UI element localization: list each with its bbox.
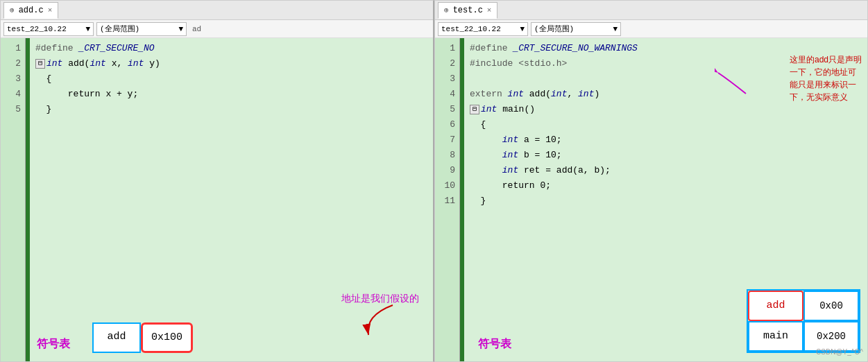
right-code-line-9: int ret = add(a, b); bbox=[470, 163, 862, 178]
editors-container: ⊕ add.c × test_22_10.22 ▼ (全局范围) ▼ ad 1 … bbox=[0, 0, 868, 362]
left-line-numbers: 1 2 3 4 5 bbox=[1, 38, 26, 361]
right-file-icon: ⊕ bbox=[444, 6, 449, 15]
right-scope-dropdown[interactable]: test_22_10.22 ▼ bbox=[438, 22, 528, 36]
left-symbol-annotation: 符号表 bbox=[37, 336, 70, 353]
right-global-label: (全局范围) bbox=[534, 24, 574, 34]
left-line-num-2: 2 bbox=[15, 56, 21, 71]
right-line-num-9: 9 bbox=[450, 163, 455, 178]
right-code-line-10: return 0; bbox=[470, 178, 862, 193]
right-code-line-2: #include <stdio.h> bbox=[470, 56, 862, 71]
left-tab-close[interactable]: × bbox=[48, 6, 53, 15]
right-symbol-label-container: 符号表 bbox=[478, 336, 511, 353]
watermark: CSDN@Y_^O^ bbox=[816, 345, 863, 360]
right-tab-close[interactable]: × bbox=[487, 6, 492, 15]
right-code-line-4: extern int add(int, int) bbox=[470, 87, 862, 102]
right-code-line-7: int a = 10; bbox=[470, 132, 862, 148]
right-line-num-7: 7 bbox=[450, 132, 455, 148]
collapse-btn-add[interactable]: ⊟ bbox=[35, 59, 45, 69]
right-st-main-cell: main bbox=[748, 321, 803, 352]
right-line-num-8: 8 bbox=[450, 148, 455, 163]
right-editor-body: 1 2 3 4 5 6 7 8 9 10 11 #define _CRT_SEC… bbox=[435, 38, 867, 361]
left-code-line-3: { bbox=[35, 71, 427, 87]
right-symbol-table: add 0x00 main 0x200 bbox=[747, 289, 860, 353]
left-code-line-2: ⊟int add(int x, int y) bbox=[35, 56, 427, 71]
right-global-dropdown[interactable]: (全局范围) ▼ bbox=[531, 22, 621, 36]
right-code-area[interactable]: #define _CRT_SECURE_NO_WARNINGS #include… bbox=[464, 38, 867, 361]
right-st-main-addr-cell: 0x200 bbox=[803, 321, 859, 352]
right-global-arrow: ▼ bbox=[613, 25, 618, 33]
right-st-add-cell: add bbox=[748, 291, 803, 321]
left-global-label: (全局范围) bbox=[100, 24, 139, 34]
left-code-line-1: #define _CRT_SECURE_NO bbox=[35, 41, 427, 56]
right-line-num-11: 11 bbox=[444, 193, 455, 209]
right-code-line-1: #define _CRT_SECURE_NO_WARNINGS bbox=[470, 41, 862, 56]
right-tab-label: test.c bbox=[453, 6, 483, 15]
left-st-addr-cell: 0x100 bbox=[141, 322, 193, 353]
right-scope-label: test_22_10.22 bbox=[441, 25, 501, 33]
left-line-num-1: 1 bbox=[15, 41, 21, 56]
right-symbol-label: 符号表 bbox=[478, 338, 511, 350]
right-line-num-6: 6 bbox=[450, 117, 455, 132]
left-toolbar: test_22_10.22 ▼ (全局范围) ▼ ad bbox=[1, 20, 433, 38]
right-line-num-3: 3 bbox=[450, 71, 455, 87]
left-annotation-text: 地址是我们假设的 bbox=[341, 291, 419, 306]
right-editor-panel: ⊕ test.c × test_22_10.22 ▼ (全局范围) ▼ 1 2 … bbox=[434, 0, 868, 362]
right-scope-arrow: ▼ bbox=[520, 25, 525, 33]
right-code-line-6: { bbox=[470, 117, 862, 132]
left-scope-label: test_22_10.22 bbox=[7, 25, 67, 33]
left-annotation-arrow bbox=[358, 302, 400, 343]
left-global-dropdown[interactable]: (全局范围) ▼ bbox=[96, 22, 187, 36]
right-code-line-3 bbox=[470, 71, 862, 87]
left-line-num-4: 4 bbox=[15, 87, 21, 102]
left-code-line-5: } bbox=[35, 102, 427, 117]
right-code-line-5: ⊟int main() bbox=[470, 102, 862, 117]
right-line-num-1: 1 bbox=[450, 41, 455, 56]
right-toolbar: test_22_10.22 ▼ (全局范围) ▼ bbox=[435, 20, 867, 38]
left-code-line-4: return x + y; bbox=[35, 87, 427, 102]
right-tab-test-c[interactable]: ⊕ test.c × bbox=[438, 2, 497, 19]
right-line-num-10: 10 bbox=[444, 178, 455, 193]
right-tab-bar: ⊕ test.c × bbox=[435, 1, 867, 20]
left-editor-body: 1 2 3 4 5 #define _CRT_SECURE_NO ⊟int ad… bbox=[1, 38, 433, 361]
left-tab-bar: ⊕ add.c × bbox=[1, 1, 433, 20]
right-st-add-addr-cell: 0x00 bbox=[803, 291, 859, 321]
left-line-num-5: 5 bbox=[15, 102, 21, 117]
right-code-line-8: int b = 10; bbox=[470, 148, 862, 163]
left-st-add-cell: add bbox=[92, 322, 141, 353]
left-scope-arrow: ▼ bbox=[85, 25, 90, 33]
right-code-line-11: } bbox=[470, 193, 862, 209]
left-editor-panel: ⊕ add.c × test_22_10.22 ▼ (全局范围) ▼ ad 1 … bbox=[0, 0, 434, 362]
left-code-area[interactable]: #define _CRT_SECURE_NO ⊟int add(int x, i… bbox=[30, 38, 433, 361]
right-line-numbers: 1 2 3 4 5 6 7 8 9 10 11 bbox=[435, 38, 460, 361]
left-symbol-table: add 0x100 bbox=[92, 322, 193, 353]
right-line-num-5: 5 bbox=[450, 102, 455, 117]
collapse-btn-main[interactable]: ⊟ bbox=[470, 105, 479, 114]
left-tab-label: add.c bbox=[19, 6, 44, 15]
left-global-arrow: ▼ bbox=[178, 25, 183, 33]
left-breadcrumb: ad bbox=[189, 25, 204, 33]
right-st-grid: add 0x00 main 0x200 bbox=[747, 289, 860, 353]
file-icon: ⊕ bbox=[10, 6, 15, 15]
left-tab-add-c[interactable]: ⊕ add.c × bbox=[3, 2, 58, 19]
left-scope-dropdown[interactable]: test_22_10.22 ▼ bbox=[3, 22, 94, 36]
left-symbol-label: 符号表 bbox=[37, 338, 70, 350]
right-line-num-2: 2 bbox=[450, 56, 455, 71]
left-line-num-3: 3 bbox=[15, 71, 21, 87]
right-line-num-4: 4 bbox=[450, 87, 455, 102]
